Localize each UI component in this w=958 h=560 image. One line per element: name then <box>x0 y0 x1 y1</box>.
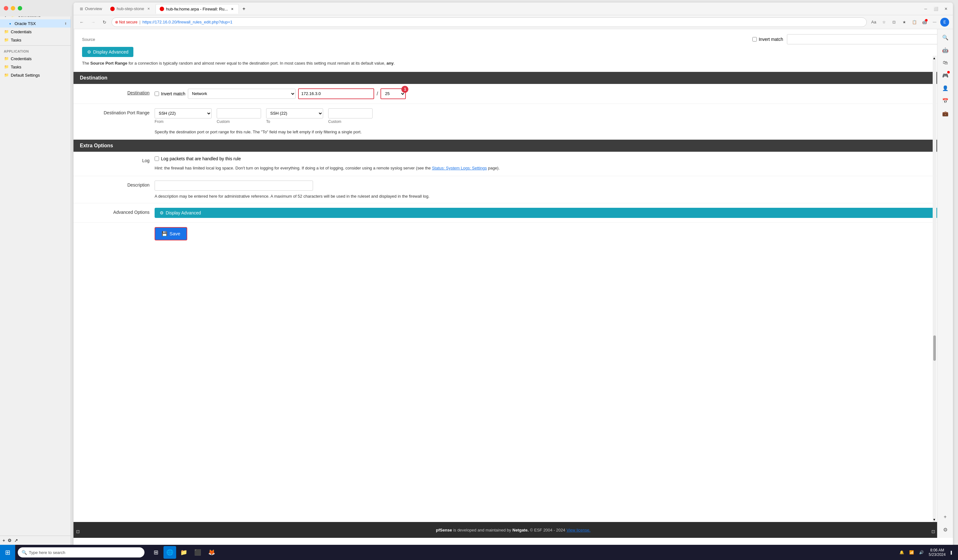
sidebar-item-app-default-settings[interactable]: 📁 Default Settings <box>0 71 71 79</box>
mac-close-btn[interactable] <box>4 6 8 10</box>
tab-firewall-close[interactable]: ✕ <box>230 6 235 11</box>
save-row-spacer <box>80 227 149 229</box>
log-checkbox-text: Log packets that are handled by this rul… <box>161 156 241 161</box>
edge-games-btn[interactable]: 🎮 <box>940 70 951 81</box>
sidebar-bottom-icon-1[interactable]: + <box>3 538 5 543</box>
favorites-btn[interactable]: ★ <box>900 18 909 27</box>
taskbar-show-desktop-btn[interactable]: ▌ <box>951 551 953 554</box>
app-tasks-icon: 📁 <box>4 64 9 69</box>
sidebar-item-hub-step-stone[interactable]: ● Oracle TSX ⬆ <box>0 19 71 27</box>
edge-settings-btn[interactable]: ⚙ <box>940 524 951 535</box>
extra-options-label: Extra Options <box>80 143 113 148</box>
network-select[interactable]: Network <box>188 89 296 99</box>
save-row: Save 2 <box>73 223 953 245</box>
sidebar-bottom-icon-3[interactable]: ↗ <box>14 538 18 543</box>
extra-options-header: Extra Options <box>73 140 953 152</box>
mac-minimize-btn[interactable] <box>11 6 15 10</box>
copilot-btn[interactable]: 🤖 <box>920 18 929 27</box>
close-browser-btn[interactable]: ✕ <box>942 5 950 13</box>
sidebar-item-app-tasks[interactable]: 📁 Tasks <box>0 63 71 71</box>
display-advanced-btn-main[interactable]: Display Advanced <box>155 208 947 218</box>
edge-outlook-btn[interactable]: 📅 <box>940 95 951 106</box>
taskbar-folder-btn[interactable]: 📁 <box>178 546 190 559</box>
sidebar-item-app-credentials[interactable]: 📁 Credentials <box>0 54 71 63</box>
taskbar-right: 🔔 📶 🔊 8:06 AM 5/23/2024 ▌ <box>894 548 958 557</box>
description-input[interactable] <box>155 181 313 191</box>
log-checkbox[interactable] <box>155 157 159 161</box>
scroll-down-btn[interactable]: ▼ <box>933 518 936 521</box>
forward-btn[interactable]: → <box>89 18 98 27</box>
edge-add-btn[interactable]: + <box>940 511 951 523</box>
back-btn[interactable]: ← <box>77 18 86 27</box>
taskbar-edge-btn[interactable]: 🌐 <box>163 546 176 559</box>
taskbar-search-placeholder: Type here to search <box>29 550 65 555</box>
display-advanced-btn-source[interactable]: Display Advanced <box>82 47 133 57</box>
edge-office-btn[interactable]: 💼 <box>940 108 951 119</box>
to-custom-input[interactable] <box>328 108 373 119</box>
tab-hub-close[interactable]: ✕ <box>146 6 151 11</box>
from-custom-label: Custom <box>217 119 261 124</box>
edge-collections-btn[interactable]: 🛍 <box>940 57 951 68</box>
tab-firewall-favicon <box>160 6 164 11</box>
sidebar-bottom-icon-2[interactable]: ⚙ <box>8 538 12 543</box>
address-bar[interactable]: ⊗ Not secure | https://172.16.0.20/firew… <box>111 17 867 27</box>
sidebar-item-app-credentials-label: Credentials <box>11 56 32 61</box>
tab-firewall[interactable]: hub-fw.home.arpa - Firewall: Ru... ✕ <box>155 4 239 14</box>
tab-overview[interactable]: ⊞ Overview <box>76 4 106 14</box>
from-col: SSH (22) From <box>155 108 212 124</box>
statusbar-brand: pfSense <box>436 528 452 533</box>
read-mode-btn[interactable]: Aa <box>869 18 878 27</box>
minimize-btn[interactable]: ─ <box>921 5 930 13</box>
edge-profile-btn[interactable]: 👤 <box>940 82 951 94</box>
mac-titlebar <box>0 0 71 16</box>
source-input[interactable] <box>787 34 945 44</box>
from-custom-col: Custom <box>217 108 261 124</box>
fav-btn[interactable]: ☆ <box>879 18 888 27</box>
taskbar-terminal-btn[interactable]: ⬛ <box>191 546 204 559</box>
more-btn[interactable]: ⋯ <box>930 18 939 27</box>
save-button[interactable]: Save <box>155 227 187 240</box>
invert-match-dest-checkbox[interactable] <box>155 92 159 96</box>
scrollbar[interactable]: ▲ ▼ <box>933 56 936 522</box>
advanced-options-content: Display Advanced <box>155 208 947 218</box>
sidebar-item-tasks-label: Tasks <box>11 38 21 43</box>
taskbar-clock[interactable]: 8:06 AM 5/23/2024 <box>929 548 946 557</box>
taskbar-volume-icon[interactable]: 🔊 <box>919 550 924 555</box>
destination-row: Destination Invert match Network <box>73 84 953 104</box>
reload-btn[interactable]: ↻ <box>100 18 109 27</box>
destination-row-inner: Invert match Network / <box>155 88 947 99</box>
destination-section-header: Destination <box>73 72 953 84</box>
tab-hub-label: hub-step-stone <box>117 6 144 11</box>
edge-search-btn[interactable]: 🔍 <box>940 32 951 43</box>
taskbar-search-box[interactable]: 🔍 Type here to search <box>18 547 144 557</box>
mac-maximize-btn[interactable] <box>18 6 22 10</box>
collections-btn[interactable]: 📋 <box>910 18 919 27</box>
restore-btn[interactable]: ⬜ <box>931 5 940 13</box>
save-icon <box>162 231 168 236</box>
destination-link[interactable]: Destination <box>127 90 149 95</box>
sidebar-item-app-tasks-label: Tasks <box>11 65 21 69</box>
split-btn[interactable]: ⊡ <box>890 18 898 27</box>
sidebar-item-hub-label: Oracle TSX <box>14 21 36 26</box>
taskbar-network-icon[interactable]: 📶 <box>909 550 914 555</box>
tab-hub-step-stone[interactable]: hub-step-stone ✕ <box>106 4 155 14</box>
scroll-up-btn[interactable]: ▲ <box>933 56 936 60</box>
log-hint-link[interactable]: Status: System Logs: Settings <box>432 166 487 170</box>
sidebar-item-credentials[interactable]: 📁 Credentials <box>0 27 71 36</box>
edge-copilot-btn[interactable]: 🤖 <box>940 44 951 56</box>
taskbar-start-btn[interactable]: ⊞ <box>0 545 15 560</box>
profile-btn[interactable]: E <box>940 18 949 27</box>
statusbar-license-link[interactable]: View license. <box>566 528 590 533</box>
description-label: Description <box>80 181 149 187</box>
taskbar-firefox-btn[interactable]: 🦊 <box>205 546 218 559</box>
from-custom-input[interactable] <box>217 108 261 119</box>
taskbar-notification-icon[interactable]: 🔔 <box>899 550 904 555</box>
scrollbar-thumb[interactable] <box>933 335 936 361</box>
from-select[interactable]: SSH (22) <box>155 108 212 119</box>
sidebar-item-tasks[interactable]: 📁 Tasks <box>0 36 71 44</box>
invert-match-source-checkbox[interactable] <box>752 37 757 41</box>
taskbar-task-view-btn[interactable]: ⊞ <box>149 546 162 559</box>
to-select[interactable]: SSH (22) <box>266 108 323 119</box>
ip-input[interactable] <box>298 88 374 99</box>
new-tab-btn[interactable]: + <box>240 5 248 13</box>
